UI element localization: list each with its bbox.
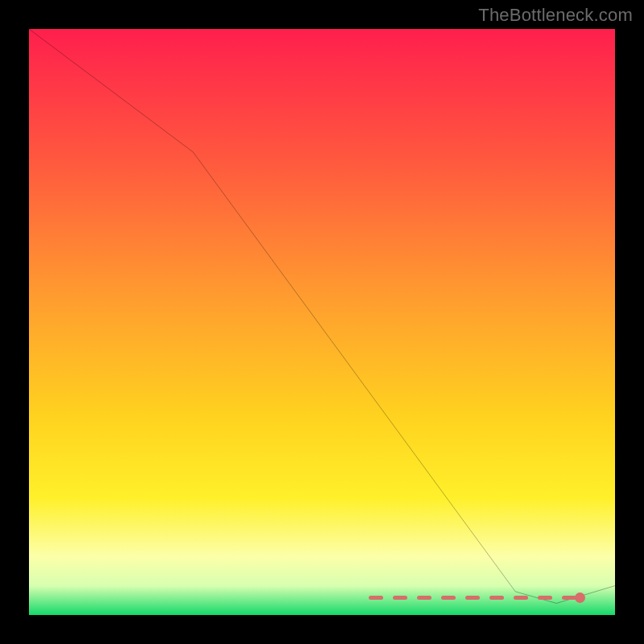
chart-plot-area xyxy=(29,29,615,615)
chart-curve xyxy=(29,29,615,615)
intersection-marker xyxy=(575,592,585,603)
attribution-watermark: TheBottleneck.com xyxy=(478,5,633,26)
